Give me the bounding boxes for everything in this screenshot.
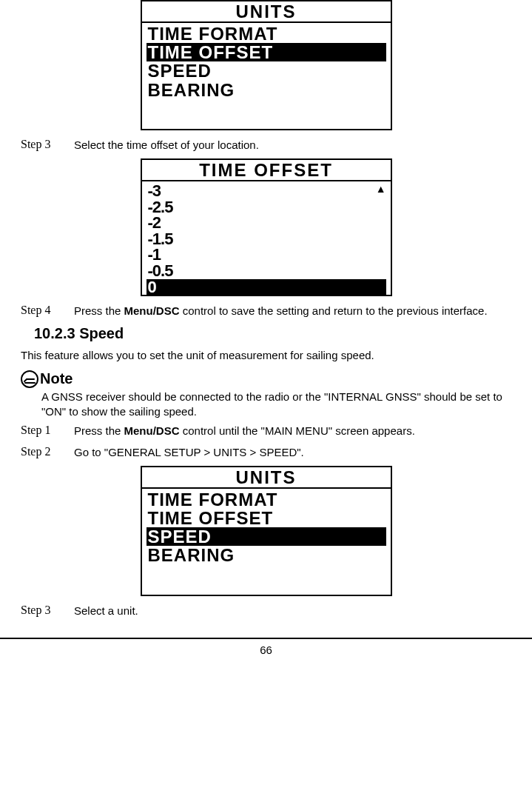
lcd-body: ▲ -3 -2.5 -2 -1.5 -1 -0.5 0 [142,181,391,296]
lcd-item: TIME OFFSET [147,509,386,527]
lcd-item-highlighted: SPEED [147,527,386,546]
lcd-item-highlighted: 0 [147,279,386,295]
lcd-title: TIME OFFSET [142,160,391,181]
text-prefix: Press the [74,424,124,437]
intro-paragraph: This feature allows you to set the unit … [21,348,511,363]
lcd-item: -0.5 [147,263,386,279]
step-3b: Step 3 Select a unit. [21,604,511,618]
lcd-body: TIME FORMAT TIME OFFSET SPEED BEARING [142,489,391,567]
lcd-item: -3 [147,183,386,199]
lcd-units-1: UNITS TIME FORMAT TIME OFFSET SPEED BEAR… [141,0,392,130]
lcd-item: -1 [147,247,386,263]
scroll-up-icon: ▲ [376,184,386,194]
page-number: 66 [0,644,532,659]
step-1: Step 1 Press the Menu/DSC control until … [21,424,511,438]
lcd-title: UNITS [142,1,391,23]
lcd-item: -1.5 [147,231,386,247]
step-text: Press the Menu/DSC control until the "MA… [74,424,511,438]
lcd-item: BEARING [147,81,386,99]
step-3a: Step 3 Select the time offset of your lo… [21,138,511,153]
note-label: Note [40,370,73,387]
step-label: Step 1 [21,424,74,438]
step-label: Step 3 [21,138,74,153]
lcd-body: TIME FORMAT TIME OFFSET SPEED BEARING [142,23,391,101]
step-4: Step 4 Press the Menu/DSC control to sav… [21,304,511,318]
text-bold: Menu/DSC [124,304,180,317]
section-heading: 10.2.3 Speed [34,325,511,342]
lcd-units-2: UNITS TIME FORMAT TIME OFFSET SPEED BEAR… [141,466,392,596]
lcd-item: TIME FORMAT [147,490,386,509]
lcd-time-offset: TIME OFFSET ▲ -3 -2.5 -2 -1.5 -1 -0.5 0 [141,158,392,296]
step-2: Step 2 Go to "GENERAL SETUP > UNITS > SP… [21,445,511,460]
lcd-item: -2 [147,215,386,231]
step-text: Go to "GENERAL SETUP > UNITS > SPEED". [74,445,511,460]
lcd-item-highlighted: TIME OFFSET [147,43,386,61]
step-label: Step 4 [21,304,74,318]
step-text: Press the Menu/DSC control to save the s… [74,304,511,318]
lcd-item: BEARING [147,546,386,564]
text-suffix: control until the "MAIN MENU" screen app… [180,424,415,437]
lcd-item: TIME FORMAT [147,24,386,43]
step-text: Select the time offset of your location. [74,138,511,153]
lcd-title: UNITS [142,467,391,489]
note-header: Note [21,370,511,388]
text-bold: Menu/DSC [124,424,180,437]
note-icon [21,370,38,388]
footer-rule [0,638,532,639]
lcd-item: SPEED [147,61,386,80]
lcd-item: -2.5 [147,199,386,216]
step-label: Step 2 [21,445,74,460]
text-suffix: control to save the setting and return t… [180,304,488,317]
note-body: A GNSS receiver should be connected to t… [41,390,511,420]
step-text: Select a unit. [74,604,511,618]
step-label: Step 3 [21,604,74,618]
text-prefix: Press the [74,304,124,317]
